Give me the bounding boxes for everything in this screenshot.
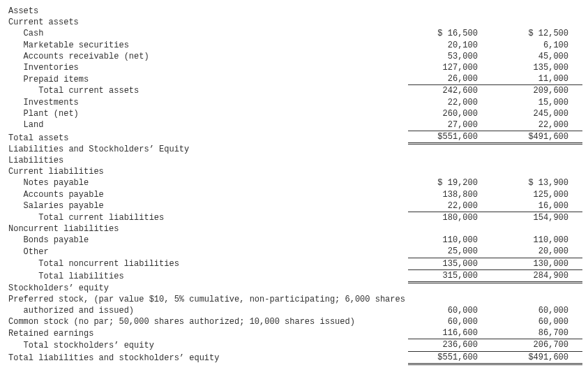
amount-current: 138,800 bbox=[408, 189, 499, 200]
row: Other25,00020,000 bbox=[6, 246, 582, 258]
row: Total liabilities and stockholders’ equi… bbox=[6, 351, 582, 364]
amount-prior: 130,000 bbox=[499, 258, 582, 269]
row: Total noncurrent liabilities135,000130,0… bbox=[6, 258, 582, 269]
amount-prior bbox=[499, 155, 582, 166]
row: Salaries payable22,00016,000 bbox=[6, 200, 582, 212]
line-label: Total assets bbox=[6, 131, 408, 144]
line-label: Notes payable bbox=[6, 177, 408, 188]
amount-current bbox=[408, 144, 499, 155]
line-label: Total liabilities bbox=[6, 269, 408, 282]
amount-current: 22,000 bbox=[408, 97, 499, 108]
amount-current bbox=[408, 17, 499, 28]
amount-current: 25,000 bbox=[408, 246, 499, 258]
row: Marketable securities20,1006,100 bbox=[6, 40, 582, 51]
line-label: Investments bbox=[6, 97, 408, 108]
line-label: Other bbox=[6, 246, 408, 258]
row: Total liabilities315,000284,900 bbox=[6, 269, 582, 282]
amount-current: 260,000 bbox=[408, 108, 499, 119]
line-label: Noncurrent liabilities bbox=[6, 223, 408, 235]
amount-prior: 110,000 bbox=[499, 235, 582, 246]
amount-current bbox=[408, 155, 499, 166]
balance-sheet-table: AssetsCurrent assets Cash$ 16,500$ 12,50… bbox=[6, 6, 582, 365]
amount-prior: 20,000 bbox=[499, 246, 582, 258]
amount-prior bbox=[499, 283, 582, 294]
amount-current: 180,000 bbox=[408, 212, 499, 223]
line-label: Cash bbox=[6, 28, 408, 39]
amount-prior: 11,000 bbox=[499, 73, 582, 85]
amount-prior: 22,000 bbox=[499, 119, 582, 131]
amount-prior: 125,000 bbox=[499, 189, 582, 200]
amount-current: $ 16,500 bbox=[408, 28, 499, 39]
amount-prior: 86,700 bbox=[499, 327, 582, 339]
line-label: Stockholders’ equity bbox=[6, 283, 408, 294]
line-label: Total stockholders’ equity bbox=[6, 339, 408, 351]
row: Total current liabilities180,000154,900 bbox=[6, 212, 582, 223]
line-label: Plant (net) bbox=[6, 108, 408, 119]
amount-current bbox=[408, 166, 499, 177]
row: Total stockholders’ equity236,600206,700 bbox=[6, 339, 582, 351]
row: Inventories127,000135,000 bbox=[6, 62, 582, 73]
line-label: Common stock (no par; 50,000 shares auth… bbox=[6, 316, 408, 327]
amount-prior: 15,000 bbox=[499, 97, 582, 108]
amount-prior: $ 12,500 bbox=[499, 28, 582, 39]
line-label: Salaries payable bbox=[6, 200, 408, 212]
line-label: Bonds payable bbox=[6, 235, 408, 246]
row: Total assets$551,600$491,600 bbox=[6, 131, 582, 144]
amount-prior bbox=[499, 223, 582, 235]
row: Preferred stock, (par value $10, 5% cumu… bbox=[6, 294, 582, 316]
row: Accounts receivable (net)53,00045,000 bbox=[6, 51, 582, 62]
row: Current liabilities bbox=[6, 166, 582, 177]
line-label: Total current assets bbox=[6, 85, 408, 97]
row: Common stock (no par; 50,000 shares auth… bbox=[6, 316, 582, 327]
amount-current: 60,000 bbox=[408, 316, 499, 327]
amount-current: 135,000 bbox=[408, 258, 499, 269]
amount-prior bbox=[499, 17, 582, 28]
line-label: Inventories bbox=[6, 62, 408, 73]
amount-current: 110,000 bbox=[408, 235, 499, 246]
amount-prior: 16,000 bbox=[499, 200, 582, 212]
amount-prior: $491,600 bbox=[499, 351, 582, 364]
row: Current assets bbox=[6, 17, 582, 28]
amount-prior: 60,000 bbox=[499, 294, 582, 316]
amount-current: 60,000 bbox=[408, 294, 499, 316]
amount-prior: 154,900 bbox=[499, 212, 582, 223]
row: Plant (net)260,000245,000 bbox=[6, 108, 582, 119]
line-label: Current liabilities bbox=[6, 166, 408, 177]
line-label: Total liabilities and stockholders’ equi… bbox=[6, 351, 408, 364]
line-label: Total noncurrent liabilities bbox=[6, 258, 408, 269]
amount-current: 127,000 bbox=[408, 62, 499, 73]
amount-prior bbox=[499, 6, 582, 17]
row: Investments22,00015,000 bbox=[6, 97, 582, 108]
amount-prior bbox=[499, 166, 582, 177]
amount-prior: 6,100 bbox=[499, 40, 582, 51]
line-label: Current assets bbox=[6, 17, 408, 28]
amount-prior: 245,000 bbox=[499, 108, 582, 119]
line-label: Marketable securities bbox=[6, 40, 408, 51]
line-label: Retained earnings bbox=[6, 327, 408, 339]
line-label: Prepaid items bbox=[6, 73, 408, 85]
row: Accounts payable138,800125,000 bbox=[6, 189, 582, 200]
amount-prior: $491,600 bbox=[499, 131, 582, 144]
amount-current bbox=[408, 6, 499, 17]
row: Retained earnings116,60086,700 bbox=[6, 327, 582, 339]
amount-current: 116,600 bbox=[408, 327, 499, 339]
row: Liabilities bbox=[6, 155, 582, 166]
amount-prior: 135,000 bbox=[499, 62, 582, 73]
row: Liabilities and Stockholders’ Equity bbox=[6, 144, 582, 155]
amount-current: $ 19,200 bbox=[408, 177, 499, 188]
line-label: Total current liabilities bbox=[6, 212, 408, 223]
line-label: Preferred stock, (par value $10, 5% cumu… bbox=[6, 294, 408, 316]
amount-prior bbox=[499, 144, 582, 155]
amount-current: 242,600 bbox=[408, 85, 499, 97]
line-label: Accounts payable bbox=[6, 189, 408, 200]
amount-current: 27,000 bbox=[408, 119, 499, 131]
amount-current: 236,600 bbox=[408, 339, 499, 351]
amount-prior: 284,900 bbox=[499, 269, 582, 282]
row: Assets bbox=[6, 6, 582, 17]
amount-current: 53,000 bbox=[408, 51, 499, 62]
line-label: Assets bbox=[6, 6, 408, 17]
amount-current bbox=[408, 283, 499, 294]
row: Cash$ 16,500$ 12,500 bbox=[6, 28, 582, 39]
row: Notes payable$ 19,200$ 13,900 bbox=[6, 177, 582, 188]
amount-current: 22,000 bbox=[408, 200, 499, 212]
